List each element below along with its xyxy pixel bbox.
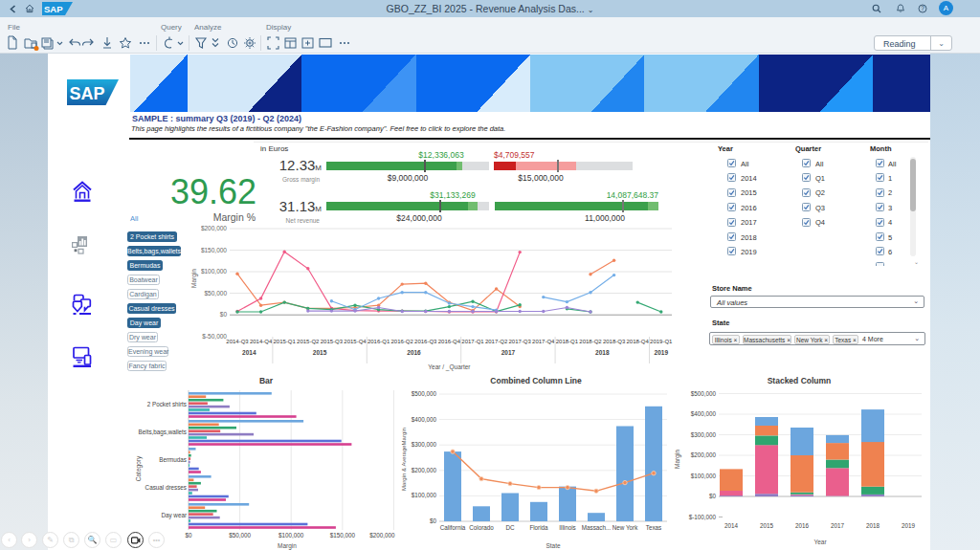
svg-text:Category: Category — [135, 455, 143, 481]
svg-text:DC: DC — [505, 524, 515, 531]
svg-text:Day wear: Day wear — [161, 512, 187, 519]
svg-text:2016-Q2: 2016-Q2 — [391, 339, 414, 344]
svg-text:2018-Q2: 2018-Q2 — [579, 339, 602, 344]
svg-text:2019: 2019 — [655, 349, 669, 356]
svg-text:2015: 2015 — [313, 349, 327, 356]
svg-text:2017-Q4: 2017-Q4 — [532, 339, 555, 344]
svg-text:2016: 2016 — [795, 522, 810, 529]
svg-text:$0: $0 — [709, 493, 717, 499]
svg-text:$50,000: $50,000 — [229, 532, 251, 539]
svg-text:2018-Q3: 2018-Q3 — [603, 339, 626, 344]
svg-text:2017: 2017 — [831, 522, 845, 529]
svg-text:SAP: SAP — [70, 84, 105, 103]
svg-text:Year: Year — [813, 539, 827, 545]
svg-text:2015-Q4: 2015-Q4 — [344, 339, 367, 344]
svg-text:Stacked Column: Stacked Column — [768, 376, 832, 385]
svg-text:$200,000: $200,000 — [412, 467, 437, 473]
svg-text:Bar: Bar — [259, 376, 274, 385]
svg-text:Bermudas: Bermudas — [159, 456, 187, 463]
svg-text:2018: 2018 — [595, 349, 610, 356]
svg-text:Texas: Texas — [646, 524, 661, 531]
svg-text:2016: 2016 — [407, 349, 421, 356]
svg-text:2019-Q1: 2019-Q1 — [650, 339, 673, 344]
svg-text:$100,000: $100,000 — [201, 268, 227, 275]
svg-text:$200,000: $200,000 — [691, 451, 717, 458]
svg-text:$400,000: $400,000 — [691, 410, 717, 417]
svg-text:Margin: Margin — [674, 450, 681, 469]
svg-text:2016-Q3: 2016-Q3 — [414, 339, 437, 344]
svg-text:$200,000: $200,000 — [369, 532, 395, 539]
svg-text:$150,000: $150,000 — [201, 247, 227, 253]
svg-text:2016-Q4: 2016-Q4 — [438, 339, 461, 344]
svg-text:2 Pocket shirts: 2 Pocket shirts — [147, 401, 187, 407]
svg-text:$50,000: $50,000 — [205, 290, 228, 297]
svg-text:Colorado: Colorado — [469, 524, 494, 531]
svg-text:Combined Column Line: Combined Column Line — [490, 376, 582, 385]
svg-text:Massach...: Massach... — [582, 524, 612, 531]
svg-text:2015-Q3: 2015-Q3 — [321, 339, 344, 344]
svg-text:2017-Q3: 2017-Q3 — [509, 339, 532, 344]
svg-text:Margin & AverageMargin: Margin & AverageMargin — [401, 428, 407, 491]
svg-text:New York: New York — [612, 524, 638, 531]
svg-text:State: State — [546, 542, 561, 549]
svg-text:2014-Q4: 2014-Q4 — [250, 339, 273, 344]
svg-text:2014: 2014 — [724, 522, 739, 529]
svg-text:2017-Q2: 2017-Q2 — [485, 339, 508, 344]
svg-text:2014: 2014 — [242, 349, 256, 356]
svg-text:$0: $0 — [185, 532, 192, 539]
svg-text:2018-Q4: 2018-Q4 — [627, 339, 650, 344]
svg-text:$-100,000: $-100,000 — [689, 514, 717, 520]
svg-text:$100,000: $100,000 — [412, 492, 437, 498]
svg-text:2018-Q1: 2018-Q1 — [556, 339, 579, 344]
svg-text:2015-Q1: 2015-Q1 — [274, 339, 297, 344]
svg-text:$300,000: $300,000 — [691, 431, 717, 438]
svg-text:Belts,bags,wallets: Belts,bags,wallets — [139, 429, 187, 436]
svg-text:2014-Q3: 2014-Q3 — [226, 339, 249, 344]
svg-text:$150,000: $150,000 — [330, 532, 356, 539]
svg-text:$200,000: $200,000 — [201, 225, 227, 231]
svg-text:Casual dresses: Casual dresses — [145, 484, 187, 491]
svg-text:2018: 2018 — [866, 522, 880, 529]
svg-text:2019: 2019 — [902, 522, 916, 529]
svg-text:$300,000: $300,000 — [412, 441, 437, 448]
svg-text:$0: $0 — [220, 311, 228, 318]
svg-text:2015: 2015 — [760, 522, 774, 529]
svg-text:Illinois: Illinois — [559, 524, 576, 531]
svg-text:$500,000: $500,000 — [691, 390, 717, 397]
svg-text:Florida: Florida — [529, 524, 548, 531]
svg-text:$400,000: $400,000 — [412, 416, 437, 423]
svg-text:$100,000: $100,000 — [691, 473, 717, 479]
svg-text:Margin: Margin — [278, 542, 297, 550]
svg-text:$0: $0 — [430, 517, 437, 524]
svg-text:2017: 2017 — [501, 349, 516, 356]
svg-text:2016-Q1: 2016-Q1 — [368, 339, 390, 344]
svg-text:Year / _Quarter: Year / _Quarter — [428, 363, 471, 371]
svg-text:?: ? — [921, 5, 924, 11]
svg-text:California: California — [440, 524, 466, 531]
svg-text:$100,000: $100,000 — [278, 532, 304, 539]
svg-text:2017-Q1: 2017-Q1 — [461, 339, 484, 344]
svg-text:$500,000: $500,000 — [412, 390, 437, 397]
svg-text:2015-Q2: 2015-Q2 — [297, 339, 320, 344]
